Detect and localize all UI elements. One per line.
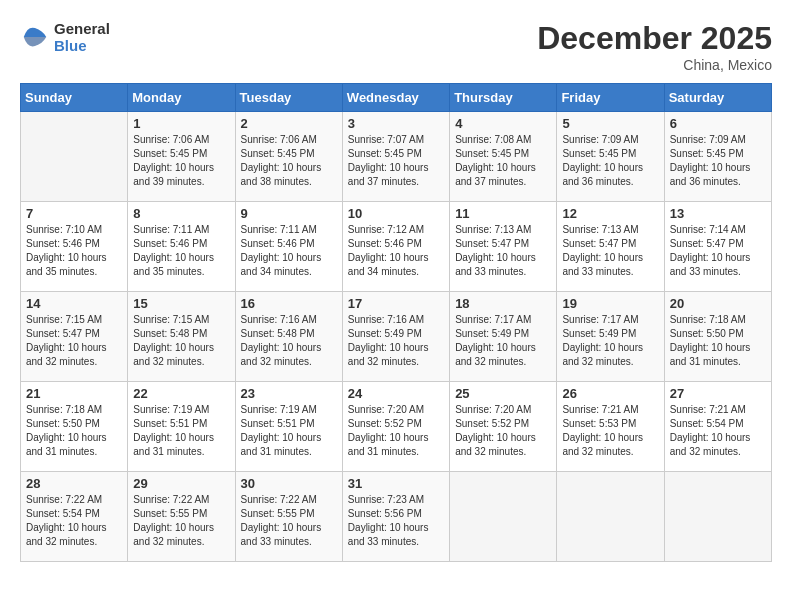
month-title: December 2025 xyxy=(537,20,772,57)
logo: General Blue xyxy=(20,20,110,54)
calendar-cell xyxy=(664,472,771,562)
day-number: 4 xyxy=(455,116,551,131)
logo-text: General Blue xyxy=(54,20,110,54)
day-info: Sunrise: 7:11 AMSunset: 5:46 PMDaylight:… xyxy=(133,223,229,279)
calendar-cell: 14Sunrise: 7:15 AMSunset: 5:47 PMDayligh… xyxy=(21,292,128,382)
calendar-cell: 27Sunrise: 7:21 AMSunset: 5:54 PMDayligh… xyxy=(664,382,771,472)
calendar-cell: 16Sunrise: 7:16 AMSunset: 5:48 PMDayligh… xyxy=(235,292,342,382)
day-info: Sunrise: 7:06 AMSunset: 5:45 PMDaylight:… xyxy=(133,133,229,189)
calendar-cell: 20Sunrise: 7:18 AMSunset: 5:50 PMDayligh… xyxy=(664,292,771,382)
day-number: 31 xyxy=(348,476,444,491)
day-info: Sunrise: 7:20 AMSunset: 5:52 PMDaylight:… xyxy=(455,403,551,459)
day-number: 10 xyxy=(348,206,444,221)
header-day-monday: Monday xyxy=(128,84,235,112)
day-number: 28 xyxy=(26,476,122,491)
day-number: 13 xyxy=(670,206,766,221)
calendar-cell: 29Sunrise: 7:22 AMSunset: 5:55 PMDayligh… xyxy=(128,472,235,562)
calendar-cell: 8Sunrise: 7:11 AMSunset: 5:46 PMDaylight… xyxy=(128,202,235,292)
day-number: 18 xyxy=(455,296,551,311)
day-number: 21 xyxy=(26,386,122,401)
day-info: Sunrise: 7:18 AMSunset: 5:50 PMDaylight:… xyxy=(670,313,766,369)
day-info: Sunrise: 7:14 AMSunset: 5:47 PMDaylight:… xyxy=(670,223,766,279)
day-info: Sunrise: 7:16 AMSunset: 5:49 PMDaylight:… xyxy=(348,313,444,369)
day-number: 6 xyxy=(670,116,766,131)
day-info: Sunrise: 7:10 AMSunset: 5:46 PMDaylight:… xyxy=(26,223,122,279)
day-info: Sunrise: 7:21 AMSunset: 5:54 PMDaylight:… xyxy=(670,403,766,459)
day-info: Sunrise: 7:23 AMSunset: 5:56 PMDaylight:… xyxy=(348,493,444,549)
logo-icon xyxy=(20,22,50,52)
day-number: 11 xyxy=(455,206,551,221)
day-number: 22 xyxy=(133,386,229,401)
day-info: Sunrise: 7:15 AMSunset: 5:48 PMDaylight:… xyxy=(133,313,229,369)
day-info: Sunrise: 7:08 AMSunset: 5:45 PMDaylight:… xyxy=(455,133,551,189)
calendar-cell: 30Sunrise: 7:22 AMSunset: 5:55 PMDayligh… xyxy=(235,472,342,562)
calendar-cell: 13Sunrise: 7:14 AMSunset: 5:47 PMDayligh… xyxy=(664,202,771,292)
day-number: 26 xyxy=(562,386,658,401)
calendar-header-row: SundayMondayTuesdayWednesdayThursdayFrid… xyxy=(21,84,772,112)
day-number: 8 xyxy=(133,206,229,221)
title-area: December 2025 China, Mexico xyxy=(537,20,772,73)
header-day-tuesday: Tuesday xyxy=(235,84,342,112)
calendar-week-row: 21Sunrise: 7:18 AMSunset: 5:50 PMDayligh… xyxy=(21,382,772,472)
calendar-table: SundayMondayTuesdayWednesdayThursdayFrid… xyxy=(20,83,772,562)
calendar-cell: 22Sunrise: 7:19 AMSunset: 5:51 PMDayligh… xyxy=(128,382,235,472)
location-subtitle: China, Mexico xyxy=(537,57,772,73)
day-number: 5 xyxy=(562,116,658,131)
day-info: Sunrise: 7:13 AMSunset: 5:47 PMDaylight:… xyxy=(455,223,551,279)
day-number: 14 xyxy=(26,296,122,311)
calendar-week-row: 28Sunrise: 7:22 AMSunset: 5:54 PMDayligh… xyxy=(21,472,772,562)
calendar-cell: 5Sunrise: 7:09 AMSunset: 5:45 PMDaylight… xyxy=(557,112,664,202)
calendar-week-row: 1Sunrise: 7:06 AMSunset: 5:45 PMDaylight… xyxy=(21,112,772,202)
day-number: 19 xyxy=(562,296,658,311)
day-info: Sunrise: 7:16 AMSunset: 5:48 PMDaylight:… xyxy=(241,313,337,369)
calendar-cell: 18Sunrise: 7:17 AMSunset: 5:49 PMDayligh… xyxy=(450,292,557,382)
day-number: 12 xyxy=(562,206,658,221)
header-day-saturday: Saturday xyxy=(664,84,771,112)
day-number: 30 xyxy=(241,476,337,491)
day-number: 3 xyxy=(348,116,444,131)
header-day-sunday: Sunday xyxy=(21,84,128,112)
calendar-cell: 1Sunrise: 7:06 AMSunset: 5:45 PMDaylight… xyxy=(128,112,235,202)
calendar-week-row: 7Sunrise: 7:10 AMSunset: 5:46 PMDaylight… xyxy=(21,202,772,292)
calendar-cell: 28Sunrise: 7:22 AMSunset: 5:54 PMDayligh… xyxy=(21,472,128,562)
day-number: 24 xyxy=(348,386,444,401)
header-day-wednesday: Wednesday xyxy=(342,84,449,112)
day-info: Sunrise: 7:18 AMSunset: 5:50 PMDaylight:… xyxy=(26,403,122,459)
calendar-cell: 15Sunrise: 7:15 AMSunset: 5:48 PMDayligh… xyxy=(128,292,235,382)
calendar-cell: 9Sunrise: 7:11 AMSunset: 5:46 PMDaylight… xyxy=(235,202,342,292)
day-info: Sunrise: 7:17 AMSunset: 5:49 PMDaylight:… xyxy=(455,313,551,369)
day-number: 27 xyxy=(670,386,766,401)
calendar-cell: 10Sunrise: 7:12 AMSunset: 5:46 PMDayligh… xyxy=(342,202,449,292)
calendar-cell xyxy=(557,472,664,562)
day-number: 7 xyxy=(26,206,122,221)
calendar-cell: 12Sunrise: 7:13 AMSunset: 5:47 PMDayligh… xyxy=(557,202,664,292)
calendar-cell: 17Sunrise: 7:16 AMSunset: 5:49 PMDayligh… xyxy=(342,292,449,382)
day-info: Sunrise: 7:15 AMSunset: 5:47 PMDaylight:… xyxy=(26,313,122,369)
calendar-cell: 19Sunrise: 7:17 AMSunset: 5:49 PMDayligh… xyxy=(557,292,664,382)
day-info: Sunrise: 7:20 AMSunset: 5:52 PMDaylight:… xyxy=(348,403,444,459)
day-info: Sunrise: 7:17 AMSunset: 5:49 PMDaylight:… xyxy=(562,313,658,369)
day-number: 25 xyxy=(455,386,551,401)
day-number: 9 xyxy=(241,206,337,221)
day-number: 23 xyxy=(241,386,337,401)
day-info: Sunrise: 7:22 AMSunset: 5:55 PMDaylight:… xyxy=(133,493,229,549)
day-number: 15 xyxy=(133,296,229,311)
day-info: Sunrise: 7:19 AMSunset: 5:51 PMDaylight:… xyxy=(241,403,337,459)
day-info: Sunrise: 7:07 AMSunset: 5:45 PMDaylight:… xyxy=(348,133,444,189)
day-info: Sunrise: 7:19 AMSunset: 5:51 PMDaylight:… xyxy=(133,403,229,459)
day-info: Sunrise: 7:06 AMSunset: 5:45 PMDaylight:… xyxy=(241,133,337,189)
calendar-week-row: 14Sunrise: 7:15 AMSunset: 5:47 PMDayligh… xyxy=(21,292,772,382)
calendar-cell: 24Sunrise: 7:20 AMSunset: 5:52 PMDayligh… xyxy=(342,382,449,472)
calendar-cell: 7Sunrise: 7:10 AMSunset: 5:46 PMDaylight… xyxy=(21,202,128,292)
day-info: Sunrise: 7:11 AMSunset: 5:46 PMDaylight:… xyxy=(241,223,337,279)
day-info: Sunrise: 7:09 AMSunset: 5:45 PMDaylight:… xyxy=(670,133,766,189)
day-info: Sunrise: 7:09 AMSunset: 5:45 PMDaylight:… xyxy=(562,133,658,189)
calendar-cell: 23Sunrise: 7:19 AMSunset: 5:51 PMDayligh… xyxy=(235,382,342,472)
day-number: 20 xyxy=(670,296,766,311)
calendar-cell: 21Sunrise: 7:18 AMSunset: 5:50 PMDayligh… xyxy=(21,382,128,472)
day-info: Sunrise: 7:22 AMSunset: 5:54 PMDaylight:… xyxy=(26,493,122,549)
calendar-cell: 3Sunrise: 7:07 AMSunset: 5:45 PMDaylight… xyxy=(342,112,449,202)
day-number: 16 xyxy=(241,296,337,311)
calendar-cell: 26Sunrise: 7:21 AMSunset: 5:53 PMDayligh… xyxy=(557,382,664,472)
day-number: 17 xyxy=(348,296,444,311)
